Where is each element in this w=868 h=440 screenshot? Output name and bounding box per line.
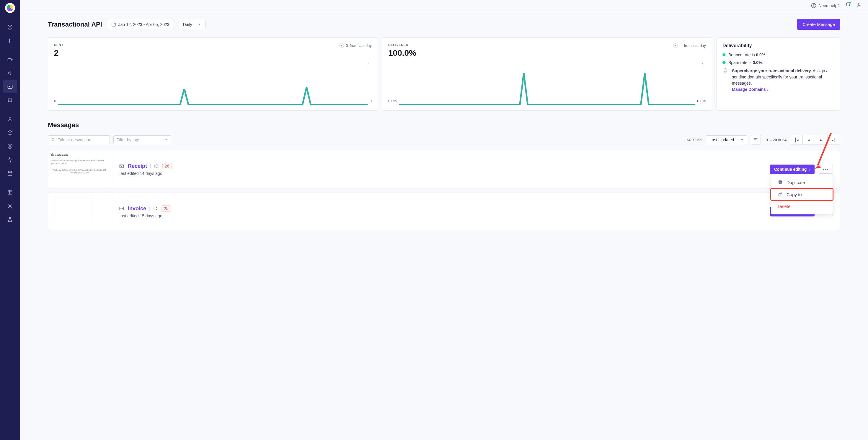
sortby-label: SORT BY (687, 138, 702, 141)
status-dot-icon (722, 61, 725, 64)
nav-broadcast[interactable] (3, 67, 17, 80)
pager-next[interactable]: ▸ (815, 135, 828, 144)
nav-segments[interactable] (3, 140, 17, 153)
message-name-link[interactable]: Receipt (128, 163, 147, 169)
help-link[interactable]: Need help? (811, 3, 840, 8)
svg-point-9 (9, 205, 11, 207)
message-actions-dropdown: Duplicate Copy to Delete (771, 174, 833, 214)
more-actions-button[interactable] (819, 165, 833, 174)
dropdown-duplicate[interactable]: Duplicate (771, 177, 833, 188)
envelope-icon (118, 206, 125, 211)
nav-deliveries[interactable] (3, 94, 17, 107)
nav-analytics[interactable] (3, 34, 17, 47)
external-link-icon (778, 192, 783, 197)
triangle-icon: ▶ (339, 43, 344, 48)
svg-rect-13 (112, 23, 116, 26)
message-id-badge: 25 (161, 205, 171, 212)
deliverability-title: Deliverability (722, 43, 834, 48)
chevron-down-icon (164, 138, 168, 142)
svg-point-0 (8, 25, 12, 30)
svg-point-12 (858, 3, 860, 5)
nav-dashboard[interactable] (3, 21, 17, 34)
sent-value: 2 (54, 48, 63, 58)
continue-editing-button[interactable]: Continue editing› (770, 165, 814, 174)
create-message-button[interactable]: Create Message (797, 19, 840, 30)
message-name-link[interactable]: Invoice (128, 206, 146, 212)
delivered-label: DELIVERED (388, 43, 416, 46)
dropdown-delete[interactable]: Delete (771, 201, 833, 212)
triangle-icon: ▶ (673, 43, 678, 48)
delivered-card-menu[interactable]: ⋯ (700, 63, 706, 68)
delivered-chart-yleft: 0.0% (388, 97, 397, 105)
topbar: Need help? (20, 0, 868, 11)
manage-domains-link[interactable]: Manage Domains › (732, 87, 769, 92)
sort-direction-button[interactable] (751, 135, 761, 144)
sort-select[interactable]: Last Updated ▼ (706, 135, 747, 144)
search-input-wrap[interactable] (48, 135, 110, 144)
svg-rect-3 (8, 85, 12, 89)
nav-activity[interactable] (3, 154, 17, 166)
message-thumbnail: customer.io Thanks for your purchase {{c… (48, 150, 111, 188)
nav-settings[interactable] (3, 199, 17, 212)
granularity-select[interactable]: Daily ▼ (179, 20, 206, 29)
brand-logo[interactable] (5, 3, 15, 13)
svg-rect-23 (120, 207, 124, 210)
sidebar (0, 0, 20, 440)
account-button[interactable] (856, 2, 862, 9)
lightbulb-icon (722, 68, 728, 74)
sort-value: Last Updated (709, 137, 734, 142)
svg-point-5 (8, 144, 12, 149)
svg-point-14 (52, 138, 54, 140)
pager-first[interactable]: ⎮◂ (790, 135, 803, 144)
page-title: Transactional API (48, 21, 102, 28)
message-row: customer.io Thanks for your purchase {{c… (48, 150, 840, 189)
sent-label: SENT (54, 43, 63, 46)
nav-transactional[interactable] (3, 80, 17, 93)
svg-point-16 (823, 169, 824, 170)
spam-rate-row: Spam rate is 0.0%. (722, 60, 834, 65)
date-range-picker[interactable]: Jan 12, 2023 - Apr 05, 2023 (107, 20, 174, 29)
bounce-rate-row: Bounce rate is 0.0%. (722, 53, 834, 57)
pager-info: 1 – 20 of 24 (766, 138, 786, 142)
nav-journeys[interactable] (3, 53, 17, 66)
svg-rect-21 (779, 181, 781, 183)
chevron-down-icon: ▼ (740, 138, 743, 141)
sent-card-menu[interactable]: ⋯ (365, 63, 372, 68)
delivered-sparkline (399, 72, 695, 105)
svg-rect-15 (120, 165, 124, 168)
notifications-button[interactable] (845, 2, 851, 9)
sent-chart-yright: 0 (370, 97, 372, 105)
svg-point-1 (10, 27, 10, 27)
delivered-card: DELIVERED 100.0% ▶ -- from last day ⋯ 0.… (382, 37, 712, 111)
date-range-value: Jan 12, 2023 - Apr 05, 2023 (118, 22, 169, 27)
delivered-change: ▶ -- from last day (673, 43, 706, 48)
message-row: Invoice | ID: 25 Last edited 15 days ago… (48, 193, 840, 231)
sort-icon (753, 137, 758, 142)
chevron-down-icon: ▼ (198, 23, 201, 26)
svg-point-18 (827, 169, 829, 170)
nav-data[interactable] (3, 167, 17, 180)
search-input[interactable] (58, 137, 106, 142)
deliverability-card: Deliverability Bounce rate is 0.0%. Spam… (716, 37, 840, 111)
nav-assets[interactable] (3, 186, 17, 199)
sent-card: SENT 2 ▶ 0 from last day ⋯ 0 (48, 37, 378, 111)
help-label: Need help? (818, 3, 840, 8)
calendar-icon (111, 22, 116, 27)
duplicate-icon (778, 179, 783, 185)
message-edited: Last edited 14 days ago (118, 171, 172, 176)
nav-content[interactable] (3, 126, 17, 139)
svg-point-7 (8, 171, 12, 173)
dropdown-copy-to[interactable]: Copy to (770, 188, 833, 201)
pager-last[interactable]: ▸⎮ (828, 135, 840, 144)
tag-filter-select[interactable]: Filter by tags... (113, 135, 171, 144)
svg-point-4 (9, 117, 11, 119)
pager-prev[interactable]: ◂ (803, 135, 815, 144)
deliverability-tip: Supercharge your transactional delivery.… (732, 68, 834, 93)
svg-rect-8 (8, 190, 12, 194)
nav-people[interactable] (3, 113, 17, 126)
nav-experiments[interactable] (3, 213, 17, 226)
status-dot-icon (722, 54, 725, 56)
svg-point-17 (825, 169, 826, 170)
sent-chart-yleft: 0 (54, 97, 56, 105)
delivered-chart-yright: 0.0% (697, 97, 706, 105)
